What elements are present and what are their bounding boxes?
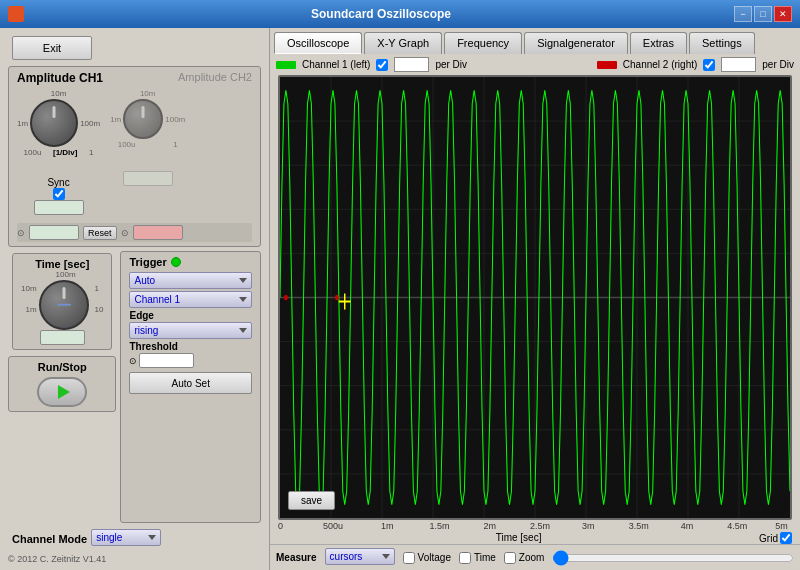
maximize-button[interactable]: □ xyxy=(754,6,772,22)
sync-section: Sync 15m xyxy=(34,177,84,215)
amplitude-header: Amplitude CH1 Amplitude CH2 xyxy=(17,71,252,85)
channel-mode-dropdown[interactable]: single xyxy=(91,529,161,546)
ch1-time-input[interactable]: 15m xyxy=(34,200,84,215)
time-scale-right2: 10 xyxy=(95,305,104,314)
channel-mode-arrow xyxy=(148,535,156,540)
trigger-section: Trigger Auto Channel 1 Edge rising Thres… xyxy=(120,251,261,523)
tab-settings[interactable]: Settings xyxy=(689,32,755,54)
zoom-label: Zoom xyxy=(519,552,545,563)
voltage-checkbox[interactable] xyxy=(403,552,415,564)
time-axis-label: Time [sec] xyxy=(278,532,759,544)
grid-checkbox[interactable] xyxy=(780,532,792,544)
time-tick-0: 0 xyxy=(278,521,283,531)
run-stop-label: Run/Stop xyxy=(38,361,87,373)
title-bar: Soundcard Oszilloscope − □ ✕ xyxy=(0,0,800,28)
grid-control: Grid xyxy=(759,532,792,544)
trigger-active-indicator xyxy=(171,257,181,267)
tab-frequency[interactable]: Frequency xyxy=(444,32,522,54)
trigger-label: Trigger xyxy=(129,256,166,268)
ch1-scale-right: 100m xyxy=(80,119,100,128)
minimize-button[interactable]: − xyxy=(734,6,752,22)
ch2-knob-group: 10m 1m 100m 100u 1 15m xyxy=(110,89,185,186)
time-section: Time [sec] 10m 1m 100m xyxy=(12,253,112,350)
scope-container: save 0 500u 1m 1.5m 2m 2.5m 3m 3.5m 4m 4… xyxy=(270,75,800,544)
ch1-per-div-input[interactable]: 15m xyxy=(394,57,429,72)
trigger-channel-value: Channel 1 xyxy=(134,294,180,305)
sync-label: Sync xyxy=(47,177,69,188)
time-tick-500u: 500u xyxy=(323,521,343,531)
sync-checkbox[interactable] xyxy=(53,188,65,200)
trigger-mode-dropdown[interactable]: Auto xyxy=(129,272,252,289)
tabs-bar: Oscilloscope X-Y Graph Frequency Signalg… xyxy=(270,28,800,54)
amplitude-ch2-knob[interactable] xyxy=(123,99,163,139)
zoom-checkbox[interactable] xyxy=(504,552,516,564)
time-value-input[interactable]: 5m xyxy=(40,330,85,345)
ch1-visible-checkbox[interactable] xyxy=(376,59,388,71)
tab-oscilloscope[interactable]: Oscilloscope xyxy=(274,32,362,54)
scope-screen[interactable]: save xyxy=(278,75,792,520)
auto-set-button[interactable]: Auto Set xyxy=(129,372,252,394)
tab-xy-graph[interactable]: X-Y Graph xyxy=(364,32,442,54)
close-button[interactable]: ✕ xyxy=(774,6,792,22)
ch2-scale-top: 10m xyxy=(140,89,156,98)
trigger-edge-value: rising xyxy=(134,325,158,336)
amplitude-ch1-label: Amplitude CH1 xyxy=(17,71,103,85)
scope-display xyxy=(280,77,790,518)
ch2-visible-checkbox[interactable] xyxy=(703,59,715,71)
cursors-value: cursors xyxy=(330,551,363,562)
threshold-input[interactable]: 0.01 xyxy=(139,353,194,368)
measure-label: Measure xyxy=(276,552,317,563)
edge-label: Edge xyxy=(129,310,252,321)
trigger-channel-dropdown[interactable]: Channel 1 xyxy=(129,291,252,308)
trigger-channel-arrow xyxy=(239,297,247,302)
time-tick-3m: 3m xyxy=(582,521,595,531)
time-scale-right1: 1 xyxy=(95,284,104,293)
time-tick-2.5m: 2.5m xyxy=(530,521,550,531)
threshold-label: Threshold xyxy=(129,341,252,352)
amplitude-section: Amplitude CH1 Amplitude CH2 10m 1m 100m … xyxy=(8,66,261,247)
zoom-slider[interactable] xyxy=(552,554,794,562)
tab-signalgenerator[interactable]: Signalgenerator xyxy=(524,32,628,54)
time-tick-3.5m: 3.5m xyxy=(629,521,649,531)
ch2-scale-left: 1m xyxy=(110,115,121,124)
svg-point-23 xyxy=(335,295,339,300)
ch1-offset-input[interactable]: 0.000 xyxy=(29,225,79,240)
save-button[interactable]: save xyxy=(288,491,335,510)
ch2-per-div-input[interactable]: 15m xyxy=(721,57,756,72)
exit-button[interactable]: Exit xyxy=(12,36,92,60)
trigger-header: Trigger xyxy=(129,256,252,268)
ch1-scale-top: 10m xyxy=(51,89,67,98)
trigger-edge-arrow xyxy=(239,328,247,333)
time-measure-checkbox[interactable] xyxy=(459,552,471,564)
amplitude-ch1-knob[interactable] xyxy=(30,99,78,147)
time-knob[interactable] xyxy=(39,280,89,330)
zoom-control: Zoom xyxy=(504,552,545,564)
time-tick-4m: 4m xyxy=(681,521,694,531)
time-measure-control: Time xyxy=(459,552,496,564)
cursors-arrow xyxy=(382,554,390,559)
ch2-time-input[interactable]: 15m xyxy=(123,171,173,186)
amplitude-ch2-label: Amplitude CH2 xyxy=(178,71,252,85)
time-tick-1.5m: 1.5m xyxy=(430,521,450,531)
trigger-mode-arrow xyxy=(239,278,247,283)
time-scale-bl: 1m xyxy=(25,305,36,314)
bottom-section: Time [sec] 10m 1m 100m xyxy=(8,251,261,523)
voltage-label: Voltage xyxy=(418,552,451,563)
left-panel: Exit Amplitude CH1 Amplitude CH2 10m 1m … xyxy=(0,28,270,570)
run-stop-button[interactable] xyxy=(37,377,87,407)
channel-mode-section: Channel Mode single xyxy=(8,527,261,550)
reset-button[interactable]: Reset xyxy=(83,226,117,240)
ch2-scale-bottom: 100u xyxy=(118,140,136,149)
threshold-icon: ⊙ xyxy=(129,356,137,366)
ch2-color-indicator xyxy=(597,61,617,69)
window-controls: − □ ✕ xyxy=(734,6,792,22)
tab-extras[interactable]: Extras xyxy=(630,32,687,54)
cursors-dropdown[interactable]: cursors xyxy=(325,548,395,565)
time-runstop-col: Time [sec] 10m 1m 100m xyxy=(8,251,116,523)
play-icon xyxy=(58,385,70,399)
ch2-offset-input[interactable]: 0.000 xyxy=(133,225,183,240)
time-axis: 0 500u 1m 1.5m 2m 2.5m 3m 3.5m 4m 4.5m 5… xyxy=(274,520,796,532)
time-tick-4.5m: 4.5m xyxy=(727,521,747,531)
trigger-edge-dropdown[interactable]: rising xyxy=(129,322,252,339)
amplitude-knobs: 10m 1m 100m 100u [1/Div] 1 Sync xyxy=(17,89,252,215)
